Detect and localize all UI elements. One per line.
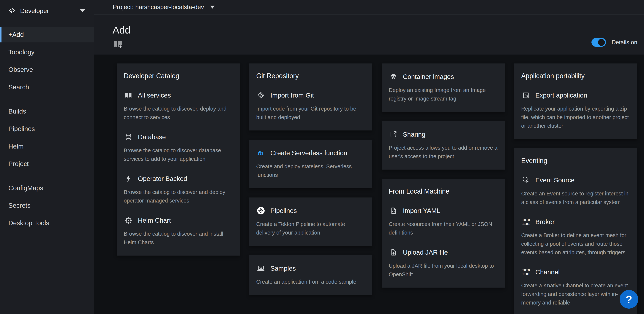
details-toggle-label: Details on	[612, 39, 637, 46]
details-toggle[interactable]	[592, 38, 606, 47]
sidebar-item-configmaps[interactable]: ConfigMaps	[0, 180, 94, 196]
sidebar-item-label: Observe	[8, 66, 33, 73]
sidebar-item-builds[interactable]: Builds	[0, 103, 94, 119]
sidebar-item-observe[interactable]: Observe	[0, 62, 94, 77]
catalog-item-label: Event Source	[535, 176, 574, 184]
catalog-item-pipelines[interactable]: PipelinesCreate a Tekton Pipeline to aut…	[256, 206, 365, 237]
catalog-item-description: Create and deploy stateless, Serverless …	[256, 162, 365, 179]
catalog-item-all-services[interactable]: All servicesBrowse the catalog to discov…	[124, 91, 232, 122]
catalog-item-export-application[interactable]: Export applicationReplicate your applica…	[521, 91, 630, 130]
sidebar-item-secrets[interactable]: Secrets	[0, 198, 94, 213]
catalog-item-sharing[interactable]: SharingProject access allows you to add …	[389, 130, 498, 161]
chevron-down-icon	[210, 5, 215, 8]
catalog-item-channel[interactable]: IOIOIIOIIChannelCreate a Knative Channel…	[521, 268, 630, 307]
sidebar-item-search[interactable]: Search	[0, 79, 94, 95]
catalog-item-helm-chart[interactable]: Helm ChartBrowse the catalog to discover…	[124, 216, 232, 247]
catalog-item-head: Helm Chart	[124, 216, 232, 225]
catalog-item-description: Browse the catalog to discover and deplo…	[124, 188, 232, 205]
sidebar-nav: +AddTopologyObserveSearchBuildsPipelines…	[0, 22, 94, 233]
sidebar-item-label: Search	[8, 83, 29, 91]
sidebar-item-pipelines[interactable]: Pipelines	[0, 121, 94, 137]
sidebar-group-divider	[0, 176, 94, 176]
sidebar-item-label: Desktop Tools	[8, 219, 49, 227]
catalog-item-description: Create a Knative Channel to create an ev…	[521, 281, 630, 307]
sidebar-item-label: Builds	[8, 108, 26, 115]
catalog-item-head: Upload JAR file	[389, 248, 498, 257]
catalog-item-head: IOIOIIOIIBroker	[521, 217, 630, 227]
catalog-item-head: Pipelines	[256, 206, 365, 215]
catalog-item-label: Import from Git	[270, 92, 314, 99]
svg-text:IOIO: IOIO	[522, 268, 530, 272]
sidebar-item-project[interactable]: Project	[0, 156, 94, 172]
add-page-content: Developer CatalogAll servicesBrowse the …	[94, 54, 644, 314]
svg-text:IOIO: IOIO	[522, 218, 530, 222]
catalog-item-container-images[interactable]: Container imagesDeploy an existing Image…	[389, 72, 498, 103]
sidebar: Developer +AddTopologyObserveSearchBuild…	[0, 0, 94, 314]
sidebar-item-helm[interactable]: Helm	[0, 138, 94, 154]
perspective-switcher[interactable]: Developer	[0, 0, 94, 22]
catalog-item-database[interactable]: DatabaseBrowse the catalog to discover d…	[124, 132, 232, 163]
catalog-item-import-yaml[interactable]: Import YAMLCreate resources from their Y…	[389, 206, 498, 237]
catalog-item-samples[interactable]: SamplesCreate an application from a code…	[256, 264, 365, 286]
sidebar-item-label: Secrets	[8, 202, 30, 209]
svg-text:IIOII: IIOII	[522, 272, 530, 276]
catalog-item-head: Samples	[256, 264, 365, 273]
sidebar-item-label: Topology	[8, 48, 34, 56]
share-icon	[389, 130, 398, 139]
catalog-item-upload-jar-file[interactable]: Upload JAR fileUpload a JAR file from yo…	[389, 248, 498, 279]
catalog-item-head: Import YAML	[389, 206, 498, 215]
samples-icon	[256, 264, 266, 273]
catalog-item-broker[interactable]: IOIOIIOIIBrokerCreate a Broker to define…	[521, 217, 630, 257]
catalog-card: SamplesCreate an application from a code…	[249, 255, 372, 295]
catalog-item-event-source[interactable]: Event SourceCreate an Event source to re…	[521, 176, 630, 206]
catalog-item-head: fnCreate Serverless function	[256, 148, 365, 158]
catalog-item-description: Upload a JAR file from your local deskto…	[389, 262, 498, 279]
sidebar-item-label: ConfigMaps	[8, 184, 43, 192]
fn-icon: fn	[256, 148, 266, 158]
catalog-item-description: Create a Broker to define an event mesh …	[521, 231, 630, 257]
code-icon	[8, 7, 16, 15]
export-icon	[521, 91, 530, 100]
svg-text:IIOII: IIOII	[522, 222, 530, 226]
catalog-item-label: Pipelines	[270, 207, 297, 214]
catalog-card: SharingProject access allows you to add …	[382, 121, 504, 170]
sidebar-item-topology[interactable]: Topology	[0, 44, 94, 60]
chevron-down-icon	[80, 9, 85, 12]
sidebar-item-label: Pipelines	[8, 125, 35, 133]
catalog-item-description: Create resources from their YAML or JSON…	[389, 220, 498, 237]
sidebar-item-label: Helm	[8, 143, 24, 150]
catalog-item-create-serverless-function[interactable]: fnCreate Serverless functionCreate and d…	[256, 148, 365, 179]
catalog-item-label: Broker	[535, 218, 554, 226]
help-button[interactable]: ?	[620, 290, 638, 309]
catalog-item-operator-backed[interactable]: Operator BackedBrowse the catalog to dis…	[124, 174, 232, 205]
card-title: From Local Machine	[389, 187, 498, 195]
sidebar-item-add[interactable]: +Add	[0, 27, 94, 42]
catalog-item-label: Channel	[535, 268, 560, 276]
catalog-item-description: Browse the catalog to discover database …	[124, 146, 232, 163]
book-icon	[124, 91, 133, 100]
event-source-icon	[521, 176, 530, 185]
catalog-book-plus-icon[interactable]	[112, 39, 123, 49]
catalog-item-description: Create an Event source to register inter…	[521, 189, 630, 206]
catalog-card: Container imagesDeploy an existing Image…	[382, 63, 504, 112]
sidebar-item-desktop-tools[interactable]: Desktop Tools	[0, 215, 94, 231]
catalog-item-head: Export application	[521, 91, 630, 100]
sidebar-group-divider	[0, 99, 94, 99]
layers-icon	[389, 72, 398, 81]
main-area: Project: harshcasper-localsta-dev Add De…	[94, 0, 644, 314]
catalog-item-label: Helm Chart	[138, 217, 171, 224]
catalog-column: Git RepositoryImport from GitImport code…	[249, 63, 372, 295]
catalog-item-import-from-git[interactable]: Import from GitImport code from your Git…	[256, 91, 365, 122]
catalog-column: Container imagesDeploy an existing Image…	[382, 63, 504, 288]
catalog-item-head: Operator Backed	[124, 174, 232, 183]
file-code-icon	[389, 206, 398, 215]
catalog-item-description: Replicate your application by exporting …	[521, 104, 630, 130]
catalog-card: Git RepositoryImport from GitImport code…	[249, 63, 372, 130]
catalog-item-label: Container images	[403, 73, 454, 80]
catalog-card: EventingEvent SourceCreate an Event sour…	[514, 148, 637, 314]
catalog-item-head: Import from Git	[256, 91, 365, 100]
database-icon	[124, 132, 133, 142]
cards-grid: Developer CatalogAll servicesBrowse the …	[117, 63, 644, 314]
page-title: Add	[112, 24, 644, 36]
project-selector[interactable]: Project: harshcasper-localsta-dev	[94, 0, 644, 14]
